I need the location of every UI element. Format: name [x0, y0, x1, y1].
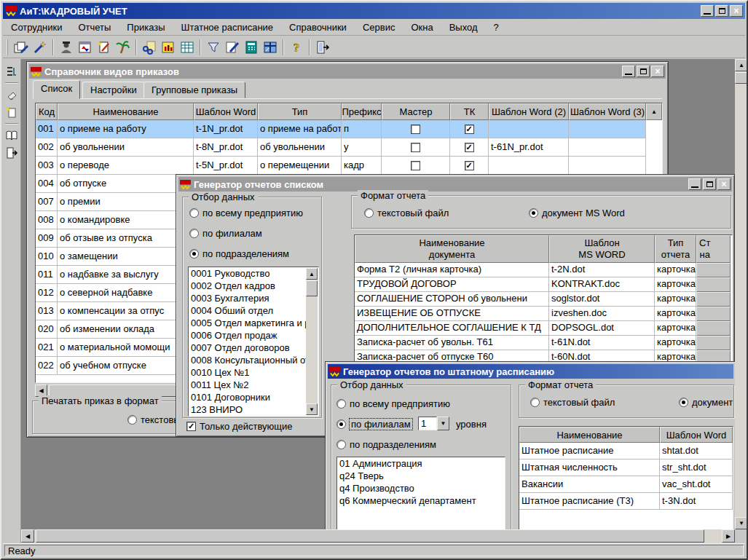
order-row[interactable]: 002 об увольнении t-8N_pr.dot об увольне…: [36, 138, 662, 157]
order-types-titlebar[interactable]: Справочник видов приказов ×: [29, 64, 666, 79]
menu-orders[interactable]: Приказы: [119, 20, 173, 34]
departments-listbox[interactable]: 0001 Руководство 0002 Отдел кадров 0003 …: [188, 267, 319, 417]
menu-help[interactable]: ?: [486, 20, 507, 34]
menu-service[interactable]: Сервис: [355, 20, 403, 34]
minimize-button[interactable]: [688, 178, 701, 190]
option-whole-enterprise[interactable]: по всему предприятию: [336, 398, 450, 409]
radio-icon[interactable]: [189, 208, 199, 218]
branch-item[interactable]: q4 Производство: [337, 482, 505, 494]
staff-report-titlebar[interactable]: Генератор отчетов по штатному расписанию: [328, 364, 733, 379]
option-whole-enterprise[interactable]: по всему предприятию: [189, 208, 303, 218]
master-checkbox[interactable]: [411, 125, 420, 134]
minimize-button[interactable]: [622, 66, 635, 77]
tk-checkbox[interactable]: [465, 125, 474, 134]
vacation-palm-icon[interactable]: [114, 38, 133, 57]
department-item[interactable]: 0003 Бухгалтерия: [189, 292, 318, 304]
menu-reports[interactable]: Отчеты: [70, 20, 119, 34]
wizard-documents-icon[interactable]: [12, 38, 31, 57]
department-item[interactable]: 0011 Цех №2: [189, 379, 318, 391]
close-button[interactable]: ×: [717, 178, 731, 190]
mdi-vertical-scrollbar[interactable]: ▲ ▼: [735, 59, 748, 529]
department-item[interactable]: 0001 Руководство: [189, 267, 318, 280]
option-by-departments[interactable]: по подразделениям: [189, 248, 289, 259]
radio-icon[interactable]: [189, 249, 199, 259]
close-button[interactable]: ×: [651, 66, 664, 77]
restore-button[interactable]: [715, 5, 728, 17]
document-row[interactable]: Записка-расчет об увольн. Т61t-61N.dotка…: [355, 336, 732, 350]
table-icon[interactable]: [178, 38, 197, 57]
scroll-up-icon[interactable]: ▲: [646, 103, 662, 120]
department-item[interactable]: 0006 Отдел продаж: [189, 329, 318, 342]
department-item[interactable]: 0005 Отдел маркетинга и р: [189, 317, 318, 329]
scroll-down-icon[interactable]: ▼: [306, 403, 318, 415]
document-row[interactable]: ДОПОЛНИТЕЛЬНОЕ СОГЛАШЕНИЕ К ТДDOPSOGL.do…: [355, 321, 732, 336]
department-item[interactable]: 123 ВНИРО: [189, 403, 318, 416]
department-item[interactable]: 0002 Отдел кадров: [189, 280, 318, 292]
option-ms-word[interactable]: документ MS Word: [529, 208, 625, 218]
department-item[interactable]: 0008 Консультационный от: [189, 354, 318, 366]
tk-checkbox[interactable]: [465, 143, 474, 152]
branch-item[interactable]: 01 Администрация: [337, 457, 505, 470]
calculator-icon[interactable]: [242, 38, 261, 57]
order-row[interactable]: 003 о переводе t-5N_pr.dot о перемещении…: [36, 157, 662, 175]
tab-list[interactable]: Список: [33, 80, 80, 99]
tk-checkbox[interactable]: [465, 161, 474, 170]
level-combobox[interactable]: 1 ▼: [418, 417, 449, 430]
menu-directories[interactable]: Справочники: [281, 20, 355, 34]
level-value[interactable]: 1: [418, 417, 437, 430]
branches-listbox[interactable]: 01 Администрация q24 Тверь q4 Производст…: [336, 457, 505, 529]
filter-icon[interactable]: [204, 38, 223, 57]
document-row[interactable]: ИЗВЕЩЕНИЕ ОБ ОТПУСКЕizveshen.docкарточка: [355, 307, 732, 321]
maximize-button[interactable]: [637, 66, 650, 77]
option-ms-word[interactable]: документ M: [679, 397, 735, 408]
exit-icon[interactable]: [313, 38, 332, 57]
option-text-file[interactable]: текстовый файл: [364, 208, 449, 218]
tab-group-orders[interactable]: Групповые приказы: [143, 82, 245, 98]
option-by-departments[interactable]: по подразделениям: [336, 439, 436, 450]
menu-windows[interactable]: Окна: [403, 20, 441, 34]
radio-icon[interactable]: [364, 208, 374, 218]
listbox-scrollbar[interactable]: ▲ ▼: [306, 268, 318, 415]
document-row[interactable]: Форма Т2 (личная карточка)t-2N.dotкарточ…: [355, 263, 732, 277]
department-item[interactable]: 0007 Отдел договоров: [189, 342, 318, 354]
list-report-titlebar[interactable]: Генератор отчетов списком ×: [178, 177, 732, 192]
report-book-icon[interactable]: [159, 38, 178, 57]
person-link-icon[interactable]: [140, 38, 159, 57]
report-row[interactable]: Штатное расписание (Т3)t-3N.dot: [519, 493, 733, 510]
order-row[interactable]: 001 о приеме на работу t-1N_pr.dot о при…: [36, 120, 662, 138]
wizard-icon[interactable]: [31, 38, 50, 57]
close-button[interactable]: ×: [730, 5, 743, 17]
scroll-down-icon[interactable]: ▼: [735, 517, 748, 529]
document-row[interactable]: СОГЛАШЕНИЕ СТОРОН об увольнениsoglstor.d…: [355, 292, 732, 307]
radio-icon[interactable]: [336, 440, 346, 449]
minimize-button[interactable]: [701, 5, 714, 17]
radio-icon[interactable]: [336, 419, 346, 429]
book-icon[interactable]: [4, 127, 20, 144]
department-item[interactable]: 0010 Цех №1: [189, 366, 318, 379]
chevron-down-icon[interactable]: ▼: [437, 417, 449, 430]
department-item[interactable]: 0004 Обший отдел: [189, 304, 318, 317]
master-checkbox[interactable]: [411, 161, 420, 170]
scroll-left-icon[interactable]: ◀: [21, 529, 34, 543]
menu-staffing-schedule[interactable]: Штатное расписание: [173, 20, 282, 34]
report-row[interactable]: Штатное расписаниеshtat.dot: [519, 443, 733, 460]
mdi-horizontal-scrollbar[interactable]: ◀ ▶: [21, 529, 735, 544]
scroll-up-icon[interactable]: ▲: [735, 59, 748, 71]
only-active-checkbox[interactable]: Только действующие: [186, 421, 293, 432]
calendar-icon[interactable]: [76, 38, 95, 57]
report-row[interactable]: Вакансииvac_sht.dot: [519, 476, 733, 493]
branch-item[interactable]: q24 Тверь: [337, 470, 505, 482]
radio-icon[interactable]: [529, 208, 538, 218]
cell-settings-button[interactable]: [696, 321, 731, 336]
window-grid-icon[interactable]: [261, 38, 280, 57]
scroll-up-icon[interactable]: ▲: [306, 268, 318, 280]
exit-icon[interactable]: [4, 144, 20, 162]
hierarchy-icon[interactable]: [4, 63, 20, 80]
radio-icon[interactable]: [127, 415, 137, 425]
master-checkbox[interactable]: [411, 143, 420, 152]
cell-settings-button[interactable]: [696, 292, 731, 307]
menu-exit[interactable]: Выход: [441, 20, 486, 34]
tab-settings[interactable]: Настройки: [82, 82, 145, 98]
cell-settings-button[interactable]: [696, 307, 731, 321]
option-by-branches[interactable]: по филиалам: [336, 419, 412, 430]
